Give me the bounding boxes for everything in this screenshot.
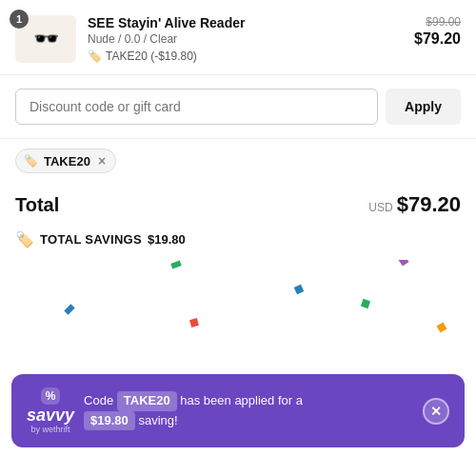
discount-section: Apply — [0, 75, 476, 139]
product-price-column: $99.00 $79.20 — [414, 15, 461, 48]
total-price-wrap: USD $79.20 — [368, 192, 461, 217]
product-coupon: 🏷️ TAKE20 (-$19.80) — [88, 50, 403, 63]
savvy-percent-icon: % — [41, 387, 61, 405]
product-original-price: $99.00 — [414, 15, 461, 29]
total-currency: USD — [368, 201, 392, 214]
savings-icon: 🏷️ — [15, 230, 34, 248]
savvy-logo: % savvy by wethrift — [27, 387, 74, 434]
savings-amount: $19.80 — [148, 232, 186, 247]
savvy-banner: % savvy by wethrift Code TAKE20 has been… — [11, 374, 465, 447]
discount-code-input[interactable] — [15, 89, 378, 125]
savings-section: 🏷️ TOTAL SAVINGS $19.80 — [0, 227, 476, 260]
savvy-close-button[interactable]: ✕ — [423, 398, 449, 425]
total-section: Total USD $79.20 — [0, 183, 476, 227]
tag-icon: 🏷️ — [88, 50, 102, 63]
product-name: SEE Stayin' Alive Reader — [88, 15, 403, 30]
savvy-message-mid: has been applied for a — [180, 393, 303, 407]
savvy-message-pre: Code — [84, 393, 113, 407]
glasses-icon: 🕶️ — [33, 27, 59, 51]
confetti-piece — [361, 299, 370, 308]
coupon-tag: 🏷️ TAKE20 × — [15, 149, 116, 173]
confetti-piece — [170, 260, 181, 268]
product-section: 1 🕶️ SEE Stayin' Alive Reader Nude / 0.0… — [0, 0, 476, 75]
coupon-code-label: TAKE20 — [44, 154, 90, 169]
product-coupon-text: TAKE20 (-$19.80) — [106, 50, 197, 63]
total-label: Total — [15, 194, 59, 216]
apply-button[interactable]: Apply — [386, 89, 461, 125]
confetti-piece — [189, 318, 199, 327]
product-info: SEE Stayin' Alive Reader Nude / 0.0 / Cl… — [88, 15, 403, 63]
savvy-applied-code: TAKE20 — [117, 391, 177, 410]
savvy-saving-amount: $19.80 — [84, 411, 135, 430]
confetti-piece — [294, 285, 305, 295]
product-variant: Nude / 0.0 / Clear — [88, 32, 403, 46]
savvy-subtext: by wethrift — [31, 425, 70, 434]
savvy-message-post: saving! — [138, 413, 177, 427]
confetti-piece — [437, 323, 447, 333]
product-quantity-badge: 1 — [10, 10, 29, 29]
product-sale-price: $79.20 — [414, 30, 461, 48]
coupon-tag-icon: 🏷️ — [24, 154, 38, 168]
confetti-piece — [64, 304, 74, 314]
coupon-remove-button[interactable]: × — [98, 153, 106, 169]
product-row: 1 🕶️ SEE Stayin' Alive Reader Nude / 0.0… — [15, 15, 461, 63]
product-image-wrap: 1 🕶️ — [15, 15, 76, 63]
savings-label: TOTAL SAVINGS — [40, 232, 142, 247]
coupon-tag-section: 🏷️ TAKE20 × — [0, 139, 476, 183]
savvy-message: Code TAKE20 has been applied for a $19.8… — [84, 391, 413, 429]
savvy-logo-text: savvy — [27, 407, 74, 424]
total-amount: $79.20 — [397, 192, 461, 217]
